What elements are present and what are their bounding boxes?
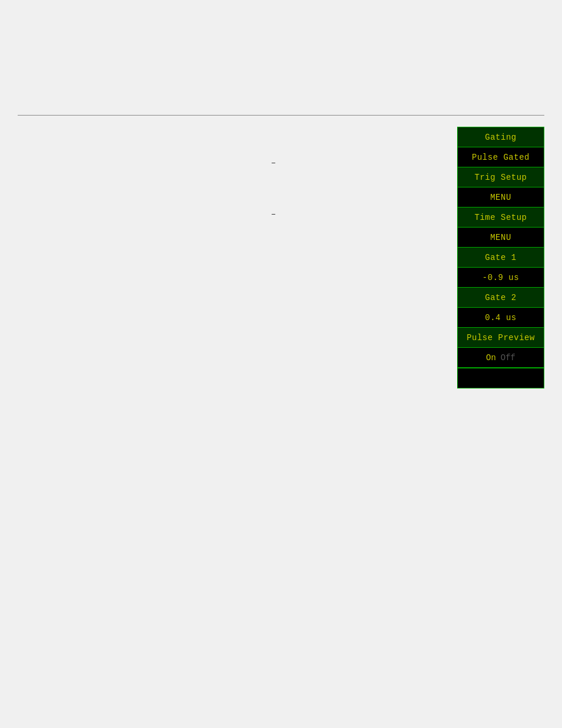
sidebar-item-gating[interactable]: Gating	[458, 127, 544, 147]
horizontal-divider	[18, 115, 544, 116]
sidebar-item-pulse-preview-label: Pulse Preview	[467, 333, 535, 342]
sidebar-item-time-setup[interactable]: Time Setup	[458, 207, 544, 228]
sidebar-item-pulse-gated[interactable]: Pulse Gated	[458, 147, 544, 167]
sidebar-item-empty	[458, 368, 544, 388]
sidebar-item-menu-1[interactable]: MENU	[458, 187, 544, 207]
sidebar-item-menu-2-label: MENU	[490, 233, 511, 242]
sidebar-item-menu-2[interactable]: MENU	[458, 228, 544, 248]
sidebar-item-gate-2-value-label: 0.4 us	[485, 313, 516, 322]
sidebar-item-gate-2-label: Gate 2	[485, 293, 516, 302]
sidebar-item-on-off[interactable]: On Off	[458, 348, 544, 368]
sidebar-item-pulse-gated-label: Pulse Gated	[472, 153, 530, 162]
sidebar-item-time-setup-label: Time Setup	[474, 213, 527, 222]
sidebar-item-menu-1-label: MENU	[490, 193, 511, 202]
on-off-toggle[interactable]: On Off	[486, 353, 515, 363]
on-option[interactable]: On	[486, 353, 496, 363]
sidebar-item-trig-setup-label: Trig Setup	[474, 173, 527, 182]
sidebar-item-gate-2-value[interactable]: 0.4 us	[458, 308, 544, 328]
sidebar-item-gate-1-label: Gate 1	[485, 253, 516, 262]
off-option[interactable]: Off	[501, 353, 515, 363]
dash-mark-1: –	[271, 158, 276, 167]
dash-mark-2: –	[271, 209, 276, 219]
sidebar-panel: Gating Pulse Gated Trig Setup MENU Time …	[457, 127, 544, 388]
sidebar-item-pulse-preview[interactable]: Pulse Preview	[458, 328, 544, 348]
sidebar-item-gate-1[interactable]: Gate 1	[458, 248, 544, 268]
sidebar-item-trig-setup[interactable]: Trig Setup	[458, 167, 544, 187]
sidebar-item-gate-1-value[interactable]: -0.9 us	[458, 268, 544, 288]
sidebar-item-gating-label: Gating	[485, 133, 516, 142]
sidebar-item-gate-2[interactable]: Gate 2	[458, 288, 544, 308]
sidebar-item-gate-1-value-label: -0.9 us	[482, 273, 519, 282]
